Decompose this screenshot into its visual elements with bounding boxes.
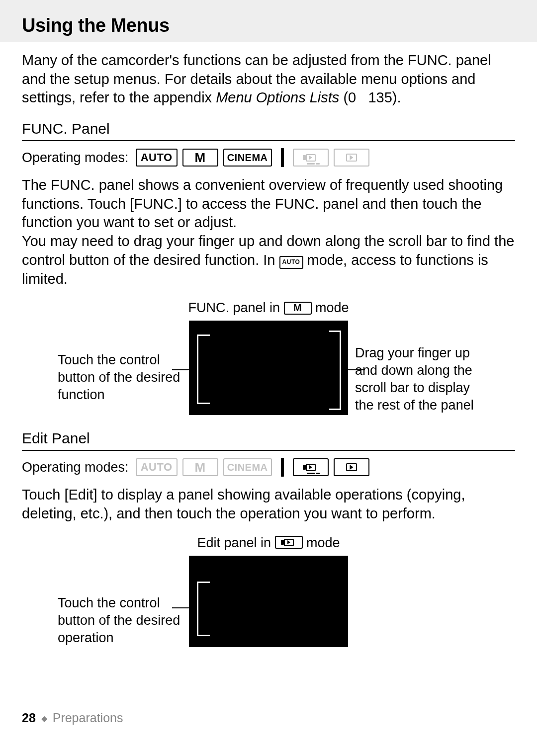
mode-manual: M — [182, 149, 218, 167]
mode-separator — [281, 458, 284, 477]
page-footer: 28 ◆ Preparations — [22, 711, 123, 725]
edit-panel-wrap — [189, 556, 348, 647]
func-panel-screenshot — [189, 321, 348, 415]
operating-modes-label: Operating modes: — [22, 150, 129, 166]
photo-playback-icon — [346, 154, 357, 162]
edit-figure: Touch the control button of the desired … — [22, 556, 515, 647]
func-left-callout: Touch the control button of the desired … — [58, 321, 182, 404]
mode-auto: AUTO — [136, 458, 178, 476]
edit-panel-screenshot — [189, 556, 348, 647]
func-right-callout: Drag your finger up and down along the s… — [355, 321, 479, 414]
page-number: 28 — [22, 711, 36, 725]
edit-left-callout: Touch the control button of the desired … — [58, 556, 182, 647]
mode-cinema: CINEMA — [223, 458, 272, 476]
func-figure: Touch the control button of the desired … — [22, 321, 515, 415]
func-panel-wrap — [189, 321, 348, 415]
func-description: The FUNC. panel shows a convenient overv… — [22, 176, 515, 288]
left-bracket-inner-icon — [198, 583, 208, 635]
footer-diamond-icon: ◆ — [41, 714, 47, 723]
inline-video-chip — [275, 536, 303, 549]
operating-modes-label: Operating modes: — [22, 460, 129, 475]
page-title: Using the Menus — [22, 15, 515, 36]
intro-text-post: (0 135). — [339, 89, 401, 105]
chapter-name: Preparations — [53, 711, 123, 725]
func-panel-heading: FUNC. Panel — [22, 120, 515, 137]
video-playback-icon — [306, 154, 316, 162]
edit-caption-post: mode — [306, 535, 340, 550]
edit-description: Touch [Edit] to display a panel showing … — [22, 486, 515, 523]
edit-figure-caption: Edit panel in mode — [22, 535, 515, 551]
edit-right-spacer — [355, 556, 479, 580]
intro-appendix-name: Menu Options Lists — [216, 89, 339, 105]
mode-auto: AUTO — [136, 149, 178, 167]
section-divider — [22, 450, 515, 451]
photo-playback-icon — [346, 463, 357, 471]
section-divider — [22, 140, 515, 141]
manual-page: Using the Menus Many of the camcorder's … — [0, 0, 537, 756]
mode-separator — [281, 148, 284, 167]
func-figure-caption: FUNC. panel in M mode — [22, 300, 515, 316]
video-playback-icon — [306, 464, 316, 471]
edit-panel-heading: Edit Panel — [22, 430, 515, 447]
mode-cinema: CINEMA — [223, 149, 272, 167]
func-caption-post: mode — [315, 300, 349, 315]
mode-photo-playback — [334, 149, 369, 167]
title-bar: Using the Menus — [0, 0, 537, 42]
mode-video-playback — [293, 458, 329, 476]
edit-operating-modes: Operating modes: AUTO M CINEMA — [22, 458, 515, 477]
mode-video-playback — [293, 149, 329, 167]
intro-paragraph: Many of the camcorder's functions can be… — [22, 51, 515, 107]
inline-auto-chip: AUTO — [279, 256, 303, 269]
func-caption-pre: FUNC. panel in — [188, 300, 283, 315]
mode-photo-playback — [334, 458, 369, 476]
inline-m-chip: M — [284, 302, 312, 315]
left-bracket-inner-icon — [198, 336, 208, 403]
video-playback-icon — [284, 539, 294, 546]
func-operating-modes: Operating modes: AUTO M CINEMA — [22, 148, 515, 167]
right-bracket-inner-icon — [331, 332, 340, 409]
mode-manual: M — [182, 458, 218, 476]
edit-caption-pre: Edit panel in — [197, 535, 274, 550]
